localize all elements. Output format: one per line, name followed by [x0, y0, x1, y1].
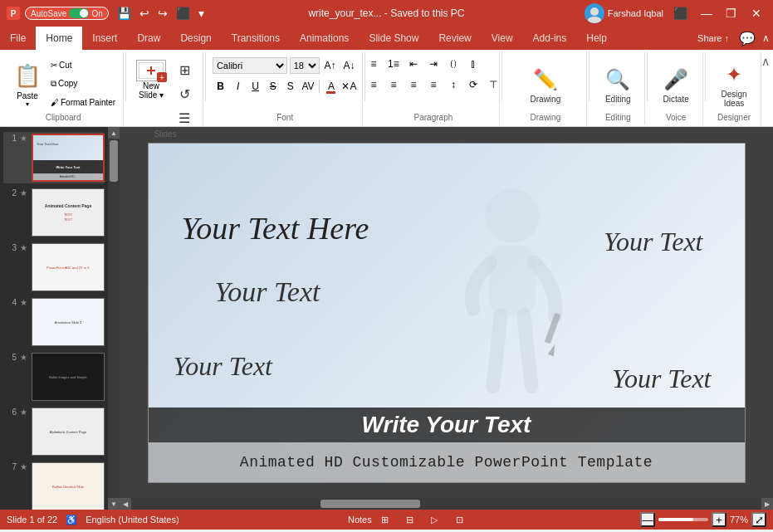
slide-item-3[interactable]: 3 ★ PowerPoint ABC and 2X in X: [3, 242, 105, 293]
new-slide-button[interactable]: New Slide ▾: [133, 58, 169, 101]
presenter-view-button[interactable]: ⊡: [452, 512, 467, 527]
design-ideas-button[interactable]: ✦ DesignIdeas: [712, 56, 756, 111]
tab-insert[interactable]: Insert: [82, 27, 127, 50]
line-spacing-button[interactable]: ↕: [444, 76, 462, 94]
fit-window-button[interactable]: ⤢: [751, 512, 766, 527]
slide-item-5[interactable]: 5 ★ Bullet Images and Simple: [3, 351, 105, 403]
justify-button[interactable]: ≡: [424, 76, 443, 94]
zoom-out-button[interactable]: —: [640, 512, 655, 527]
font-color-button[interactable]: A: [323, 77, 339, 95]
format-painter-button[interactable]: 🖌 Format Painter: [48, 97, 118, 108]
columns-button[interactable]: ⫿: [464, 55, 482, 73]
slide-item-6[interactable]: 6 ★ Alphabetic Content Page: [3, 406, 105, 457]
collapse-ribbon-button[interactable]: ∧: [759, 27, 773, 50]
copy-button[interactable]: ⧉ Copy: [48, 78, 118, 90]
slide-thumb-6[interactable]: Alphabetic Content Page: [32, 408, 105, 456]
slide-text-2[interactable]: Your Text: [604, 227, 702, 257]
slide-section-button[interactable]: ☰: [171, 106, 198, 129]
slide-text-3[interactable]: Your Text: [215, 276, 320, 308]
smart-art-button[interactable]: ⟮⟯: [444, 55, 462, 73]
autosave-badge[interactable]: AutoSave On: [25, 7, 109, 20]
text-align-button[interactable]: ⊤: [484, 76, 502, 94]
text-direction-button[interactable]: ⟳: [464, 76, 482, 94]
ribbon-display-button[interactable]: ⬛: [670, 5, 691, 22]
hscroll-track[interactable]: ◀ ▶: [120, 498, 773, 510]
bullet-list-button[interactable]: ≡: [364, 55, 383, 73]
slide-item-1[interactable]: 1 ★ Your Text Here Write Your Text Anima…: [3, 132, 105, 183]
increase-font-button[interactable]: A↑: [322, 56, 339, 75]
slide-layout-button[interactable]: ⊞: [171, 58, 198, 81]
notes-button[interactable]: Notes: [352, 512, 367, 527]
vscroll-down-button[interactable]: ▼: [108, 498, 120, 510]
slide-item-4[interactable]: 4 ★ Annotation Slide 2: [3, 296, 105, 348]
cut-button[interactable]: ✂ Cut: [48, 60, 118, 71]
undo-button[interactable]: ↩: [136, 5, 153, 22]
tab-transitions[interactable]: Transitions: [222, 27, 290, 50]
tab-review[interactable]: Review: [428, 27, 481, 50]
editing-button[interactable]: 🔍 Editing: [596, 61, 639, 107]
tab-addins[interactable]: Add-ins: [523, 27, 577, 50]
italic-button[interactable]: I: [230, 77, 246, 95]
tab-home[interactable]: Home: [36, 27, 82, 50]
align-left-button[interactable]: ≡: [364, 76, 383, 94]
slide-thumb-5[interactable]: Bullet Images and Simple: [32, 353, 105, 401]
slide-reset-button[interactable]: ↺: [171, 82, 198, 105]
more-options-button[interactable]: ▾: [195, 5, 208, 22]
hscroll-right-button[interactable]: ▶: [761, 498, 773, 510]
numbered-list-button[interactable]: 1≡: [384, 55, 403, 73]
slide-thumb-7[interactable]: Bullets Detailed Slide: [32, 462, 105, 510]
save-button[interactable]: 💾: [114, 5, 135, 22]
fit-slide-button[interactable]: ⊞: [377, 512, 392, 527]
font-name-select[interactable]: Calibri: [213, 57, 287, 74]
vscroll-track[interactable]: ▲ ▼: [108, 127, 120, 510]
align-right-button[interactable]: ≡: [404, 76, 423, 94]
comments-button[interactable]: 💬: [736, 27, 759, 50]
tab-draw[interactable]: Draw: [127, 27, 170, 50]
restore-button[interactable]: ❐: [722, 5, 740, 22]
clear-formatting-button[interactable]: ✕A: [340, 77, 357, 95]
tab-animations[interactable]: Animations: [290, 27, 359, 50]
slide-text-5[interactable]: Your Text: [612, 364, 711, 394]
slide-thumb-3[interactable]: PowerPoint ABC and 2X in X: [32, 243, 105, 291]
char-spacing-button[interactable]: AV: [300, 77, 316, 95]
bold-button[interactable]: B: [213, 77, 228, 95]
presentation-mode-button[interactable]: ⬛: [173, 5, 193, 22]
drawing-button[interactable]: ✏️ Drawing: [524, 61, 568, 107]
shadow-button[interactable]: S: [282, 77, 298, 95]
slide-thumb-4[interactable]: Annotation Slide 2: [32, 298, 105, 346]
ribbon-collapse-btn[interactable]: ∧: [761, 51, 770, 124]
indent-decrease-button[interactable]: ⇤: [404, 55, 423, 73]
decrease-font-button[interactable]: A↓: [341, 56, 358, 75]
close-button[interactable]: ✕: [746, 5, 766, 22]
tab-view[interactable]: View: [482, 27, 523, 50]
slide-thumb-1[interactable]: Your Text Here Write Your Text Animated …: [32, 134, 105, 182]
collapse-button[interactable]: ∧: [761, 55, 770, 68]
reading-view-button[interactable]: ▷: [427, 512, 442, 527]
vscroll-up-button[interactable]: ▲: [108, 127, 120, 139]
slide-item-2[interactable]: 2 ★ Animated Content Page TEXT TEXT: [3, 187, 105, 238]
hscroll-thumb[interactable]: [320, 500, 420, 508]
redo-button[interactable]: ↪: [154, 5, 171, 22]
slide-thumb-2[interactable]: Animated Content Page TEXT TEXT: [32, 188, 105, 237]
slide-canvas[interactable]: Your Text Here Your Text Your Text Your …: [148, 143, 746, 483]
tab-design[interactable]: Design: [170, 27, 221, 50]
slide-text-1[interactable]: Your Text Here: [182, 210, 369, 246]
slide-item-7[interactable]: 7 ★ Bullets Detailed Slide: [3, 461, 105, 510]
align-center-button[interactable]: ≡: [384, 76, 403, 94]
slide-panel[interactable]: 1 ★ Your Text Here Write Your Text Anima…: [0, 127, 108, 510]
slide-text-4[interactable]: Your Text: [174, 351, 272, 382]
share-button[interactable]: Share ↑: [691, 27, 736, 50]
strikethrough-button[interactable]: S: [265, 77, 281, 95]
paste-button[interactable]: 📋 Paste ▾: [8, 56, 46, 111]
vscroll-thumb[interactable]: [110, 140, 118, 182]
accessibility-icon[interactable]: ♿: [64, 512, 79, 527]
user-area[interactable]: Farshad Iqbal: [585, 3, 663, 23]
underline-button[interactable]: U: [247, 77, 263, 95]
hscroll-left-button[interactable]: ◀: [120, 498, 131, 510]
font-size-select[interactable]: 18: [290, 57, 320, 74]
tab-slideshow[interactable]: Slide Show: [359, 27, 428, 50]
tab-help[interactable]: Help: [576, 27, 617, 50]
dictate-button[interactable]: 🎤 Dictate: [654, 61, 697, 107]
minimize-button[interactable]: —: [697, 5, 716, 22]
tab-file[interactable]: File: [0, 27, 36, 50]
